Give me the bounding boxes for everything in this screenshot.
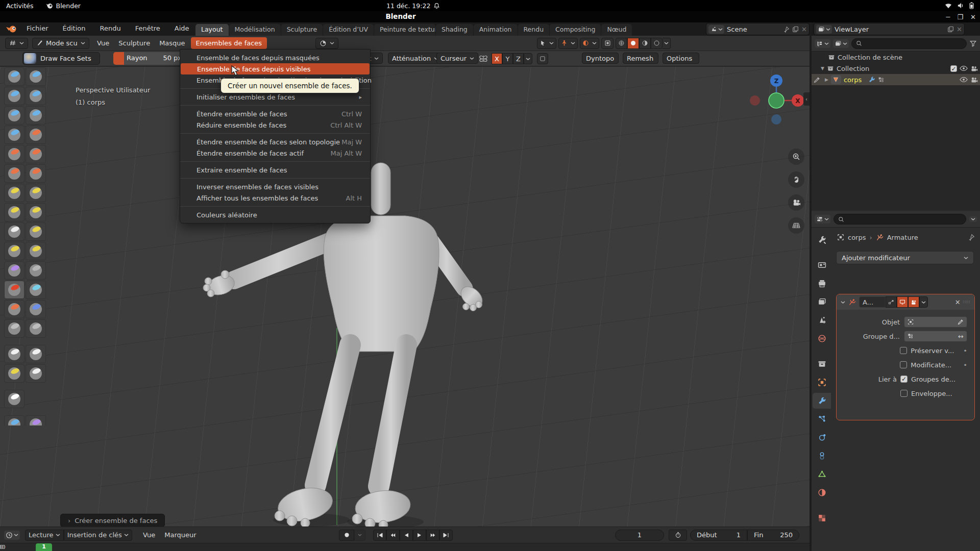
workspace-tab[interactable]: Rendu <box>518 24 550 36</box>
menu-option[interactable]: Étendre ensemble de faces selon topologi… <box>180 136 370 147</box>
sculpt-tool-button[interactable] <box>4 319 24 338</box>
filter-funnel-icon[interactable] <box>969 40 977 47</box>
properties-tab[interactable] <box>813 294 831 310</box>
toggle-perspective-button[interactable] <box>788 217 804 234</box>
gizmo-toggle[interactable] <box>558 38 578 49</box>
properties-tab[interactable] <box>813 485 831 500</box>
workspace-tab[interactable]: Compositing <box>550 24 601 36</box>
scene-name[interactable]: Scene <box>727 26 780 33</box>
modifier-name-field[interactable]: A... <box>859 296 886 308</box>
sculpt-tool-button[interactable] <box>26 281 46 299</box>
properties-tab[interactable] <box>813 257 831 273</box>
remesh-dropdown[interactable]: Remesh <box>623 53 658 64</box>
pan-tool-button[interactable] <box>788 171 804 188</box>
workspace-tab[interactable]: Modélisation <box>229 24 281 36</box>
dyntopo-dropdown[interactable]: Dyntopo <box>582 53 619 64</box>
sculpt-tool-button[interactable] <box>26 87 46 105</box>
menu-option[interactable]: Ensemble de faces depuis visibles <box>181 63 370 74</box>
menu-item[interactable]: Fichier <box>22 22 53 36</box>
shading-material-button[interactable] <box>639 38 651 49</box>
options-dropdown[interactable]: Options <box>663 53 699 64</box>
sculpt-tool-button[interactable] <box>26 415 46 425</box>
workspace-tab[interactable]: Édition d’UV <box>323 24 374 36</box>
render-toggle[interactable] <box>908 296 919 308</box>
maximize-button[interactable]: ❐ <box>957 13 963 21</box>
sculpt-tool-button[interactable] <box>4 67 24 86</box>
sculpt-tool-button[interactable] <box>26 106 46 124</box>
menu-option[interactable]: Étendre ensemble de faces Ctrl W <box>180 108 370 119</box>
timeline-menu-item[interactable]: Marqueur <box>160 531 201 539</box>
viewlayer-browse-button[interactable] <box>816 25 832 34</box>
sculpt-tool-button[interactable] <box>4 390 24 408</box>
system-tray[interactable] <box>939 0 980 11</box>
sculpt-tool-button[interactable] <box>26 164 46 183</box>
properties-tab[interactable] <box>813 411 831 427</box>
previous-keyframe-button[interactable] <box>386 530 400 541</box>
sculpt-tool-button[interactable] <box>4 87 24 105</box>
xray-toggle[interactable] <box>601 38 614 49</box>
properties-tab[interactable] <box>813 466 831 482</box>
bone-envelopes-checkbox[interactable] <box>900 390 908 397</box>
eye-icon[interactable] <box>960 77 968 83</box>
symmetry-axis-button[interactable]: Z <box>513 53 524 64</box>
sculpt-tool-button[interactable] <box>4 203 24 221</box>
pin-icon[interactable] <box>968 234 975 241</box>
workspace-tab[interactable]: Peinture de texture <box>374 24 435 36</box>
end-frame-field[interactable]: Fin250 <box>747 530 799 541</box>
sculpt-tool-button[interactable] <box>26 184 46 202</box>
timeline-ruler[interactable]: 20406080100120140160180200220240 1 <box>0 543 810 551</box>
sculpt-tool-button[interactable] <box>4 300 24 318</box>
brush-datablock[interactable]: Draw Face Sets <box>22 52 100 65</box>
invert-vgroup-icon[interactable]: ↔ <box>958 333 964 340</box>
clock[interactable]: 11 déc. 19:22 <box>380 0 446 11</box>
remove-modifier-button[interactable]: ✕ <box>955 298 961 306</box>
outliner-row-scene-collection[interactable]: Collection de scène <box>812 52 980 63</box>
add-modifier-button[interactable]: Ajouter modificateur <box>836 251 974 264</box>
breadcrumb-data[interactable]: Armature <box>887 234 918 241</box>
sculpt-tool-button[interactable] <box>26 319 46 338</box>
shading-rendered-button[interactable] <box>651 38 663 49</box>
camera-view-button[interactable] <box>788 194 804 211</box>
eye-icon[interactable] <box>960 65 968 71</box>
current-frame-field[interactable]: 1 <box>615 530 664 541</box>
remove-viewlayer-button[interactable]: ✕ <box>957 26 962 33</box>
sculpt-tool-button[interactable] <box>26 203 46 221</box>
timeline-menu-item[interactable]: Vue <box>138 531 160 539</box>
edit-mode-toggle[interactable] <box>886 296 897 308</box>
jump-to-start-button[interactable] <box>373 530 386 541</box>
armature-object-field[interactable] <box>904 316 967 328</box>
sculpt-tool-button[interactable] <box>4 242 24 260</box>
outliner-display-mode-button[interactable] <box>833 39 849 48</box>
sculpt-tool-button[interactable] <box>4 222 24 241</box>
properties-filter-button[interactable] <box>815 215 830 223</box>
pin-icon[interactable] <box>783 26 790 33</box>
shading-dropdown[interactable] <box>663 38 671 49</box>
cursor-dropdown[interactable]: Curseur <box>436 53 478 64</box>
sculpt-tool-button[interactable] <box>4 145 24 163</box>
activities-button[interactable]: Activités <box>0 0 40 11</box>
workspace-tab[interactable]: Sculpture <box>281 24 323 36</box>
symmetry-dropdown[interactable] <box>524 53 532 64</box>
modifier-extras-dropdown[interactable] <box>919 296 928 308</box>
sculpt-tool-button[interactable] <box>4 415 24 425</box>
properties-tab[interactable] <box>813 393 831 409</box>
overlays-toggle[interactable] <box>580 38 599 49</box>
sculpt-tool-button[interactable] <box>26 126 46 144</box>
properties-tab[interactable] <box>813 510 831 526</box>
playback-menu[interactable]: Lecture <box>25 530 64 541</box>
properties-tab[interactable] <box>813 374 831 390</box>
properties-options-button[interactable] <box>969 216 977 222</box>
properties-tab[interactable] <box>813 232 831 247</box>
menu-option[interactable]: Afficher tous les ensembles de faces Alt… <box>180 192 370 204</box>
sculpt-tool-button[interactable] <box>26 222 46 241</box>
properties-tab[interactable] <box>813 276 831 291</box>
properties-tab[interactable] <box>813 430 831 445</box>
facesets-menu-button[interactable]: Ensembles de faces <box>191 37 267 49</box>
properties-tab[interactable] <box>813 356 831 372</box>
render-camera-icon[interactable] <box>970 77 978 83</box>
menu-option[interactable]: Réduire ensemble de faces Ctrl Alt W <box>180 119 370 131</box>
sculpt-tool-button[interactable] <box>26 300 46 318</box>
sculpt-tool-button[interactable] <box>26 242 46 260</box>
shading-solid-button[interactable] <box>627 38 639 49</box>
redo-panel[interactable]: › Créer ensemble de faces <box>60 514 165 527</box>
